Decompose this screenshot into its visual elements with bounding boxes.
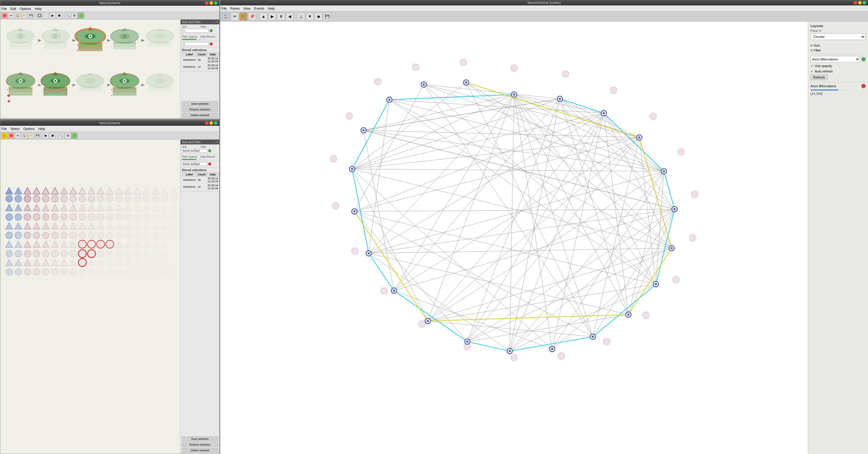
- close-btn-bottom[interactable]: [205, 121, 209, 125]
- sf-filter2-input-top[interactable]: [182, 42, 209, 46]
- sf-filter2-input-bottom[interactable]: [182, 162, 207, 166]
- svg-marker-205: [42, 241, 49, 248]
- min-btn-right[interactable]: [858, 1, 862, 4]
- tb-btn-11[interactable]: ⚙: [71, 12, 77, 19]
- ctb-select[interactable]: □: [240, 12, 247, 21]
- sf-filter1-input-bottom[interactable]: [182, 149, 207, 153]
- tb2-select[interactable]: ▷: [1, 133, 7, 139]
- refresh-button[interactable]: Refresh: [810, 74, 828, 80]
- sort-filter-panel-top: Sort and Filter – × Sort Filter: [180, 20, 219, 119]
- tb2-stop[interactable]: ⏹: [50, 133, 56, 139]
- sort-btn[interactable]: ≡ Sort: [810, 43, 866, 47]
- save-selection-btn-bottom[interactable]: Save selection: [182, 436, 218, 442]
- tb-btn-7[interactable]: ⬜: [43, 12, 49, 19]
- sf-close-bottom[interactable]: ×: [216, 141, 218, 144]
- sf-filter2-active-top[interactable]: [210, 42, 213, 46]
- ctb-pause[interactable]: ⏸: [277, 12, 285, 21]
- menu-panes-right[interactable]: Panes: [230, 7, 240, 10]
- menu-options-top[interactable]: Options: [20, 7, 31, 10]
- menu-options-bottom[interactable]: Options: [23, 127, 35, 130]
- menu-select-bottom[interactable]: Select: [10, 127, 20, 130]
- sf-filter1-active-bottom[interactable]: [208, 149, 211, 152]
- tb-btn-1[interactable]: 🔴: [1, 12, 7, 19]
- save-selection-btn-top[interactable]: Save selection: [182, 101, 218, 106]
- ctb-back[interactable]: ◀: [286, 12, 293, 21]
- max-btn-right[interactable]: [863, 1, 866, 4]
- menu-help-right[interactable]: Help: [268, 7, 275, 10]
- delete-selected-btn-top[interactable]: Delete selected: [182, 113, 218, 118]
- tb2-open[interactable]: 📂: [28, 133, 34, 139]
- axon-bif-slider[interactable]: [810, 89, 850, 91]
- sf-opacity-slider-bottom[interactable]: [182, 159, 206, 160]
- axon-bif-remove-btn[interactable]: [861, 84, 866, 88]
- tb2-zoom[interactable]: 🔍: [58, 133, 64, 139]
- menu-edit-top[interactable]: Edit: [10, 7, 16, 10]
- ctb-diamond[interactable]: ◆: [315, 12, 322, 21]
- graph-area[interactable]: [220, 22, 808, 454]
- ctb-play[interactable]: ▶: [268, 12, 276, 21]
- delete-selected-btn-bottom[interactable]: Delete selected: [182, 448, 218, 453]
- sel-row-1-top[interactable]: Selection1 12 30.09.16 12:20:49: [182, 63, 219, 70]
- tb2-green[interactable]: 🟢: [71, 133, 77, 139]
- svg-marker-138: [125, 204, 132, 211]
- ctb-pin[interactable]: 📌: [248, 12, 256, 21]
- sf-opacity-slider-top[interactable]: [182, 39, 206, 40]
- tb2-sel[interactable]: ▶: [43, 133, 49, 139]
- tb-btn-2[interactable]: ↩: [8, 12, 14, 19]
- tb-btn-4[interactable]: 📂: [21, 12, 27, 19]
- menu-file-bottom[interactable]: File: [1, 127, 7, 130]
- filter-btn[interactable]: ≡ Filter: [810, 49, 866, 52]
- menu-help-top[interactable]: Help: [35, 7, 42, 10]
- sf-collapse-top[interactable]: –: [214, 21, 216, 24]
- sel-row-0-top[interactable]: Selection0 36 30.09.16 12:20:29: [182, 57, 219, 63]
- sf-filter1-active-top[interactable]: [210, 29, 213, 32]
- tb2-gear[interactable]: ⚙: [65, 133, 71, 139]
- ctb-save2[interactable]: 💾: [323, 12, 331, 21]
- sf-collapse-bottom[interactable]: –: [214, 141, 216, 144]
- tb-btn-12[interactable]: 🟢: [78, 12, 84, 19]
- ctb-edit[interactable]: ✏: [231, 12, 239, 21]
- tb-btn-6[interactable]: 🔲: [36, 12, 42, 19]
- tb-btn-3[interactable]: 🏠: [15, 12, 21, 19]
- max-btn-top[interactable]: [214, 1, 218, 5]
- menu-file-top[interactable]: File: [1, 7, 7, 10]
- tb-btn-5[interactable]: 💾: [28, 12, 34, 19]
- layout-dropdown[interactable]: Circular Free Grid Radial: [810, 33, 866, 40]
- menu-file-right[interactable]: File: [221, 7, 227, 10]
- ctb-down[interactable]: ▼: [306, 12, 314, 21]
- menu-events-right[interactable]: Events: [254, 7, 265, 10]
- axon-bif-add-btn[interactable]: [861, 57, 866, 61]
- axon-bif-dropdown[interactable]: Axon Bifurcations: [810, 56, 860, 63]
- svg-rect-46: [9, 87, 32, 90]
- ctb-tri[interactable]: △: [297, 12, 305, 21]
- sel-row-1-bottom[interactable]: Selection1 12 30.09.16 12:20:49: [182, 184, 219, 190]
- tb-btn-8[interactable]: ▶: [50, 12, 56, 19]
- max-btn-bottom[interactable]: [214, 121, 218, 125]
- menu-help-bottom[interactable]: Help: [38, 127, 45, 130]
- restore-selection-btn-bottom[interactable]: Restore selection: [182, 442, 218, 447]
- restore-selection-btn-top[interactable]: Restore selection: [182, 107, 218, 112]
- tb2-red[interactable]: 🔴: [8, 133, 14, 139]
- canvas-top[interactable]: ▲ ▲ ▲: [0, 20, 180, 119]
- close-btn-top[interactable]: [205, 1, 209, 5]
- sf-filter2-active-bottom[interactable]: [208, 162, 211, 165]
- close-btn-right[interactable]: [854, 1, 857, 4]
- svg-point-195: [125, 232, 131, 239]
- sf-filter1-input-top[interactable]: [182, 29, 209, 32]
- tb2-home[interactable]: 🏠: [21, 133, 27, 139]
- min-btn-top[interactable]: [209, 1, 213, 5]
- min-btn-bottom[interactable]: [209, 121, 213, 125]
- sel-row-0-bottom[interactable]: Selection0 36 30.09.16 12:20:29: [182, 177, 219, 184]
- tb-btn-9[interactable]: ⏹: [56, 12, 62, 19]
- svg-marker-134: [88, 204, 95, 211]
- tb2-undo[interactable]: ↩: [15, 133, 21, 139]
- auto-refresh-check[interactable]: [810, 69, 813, 73]
- use-opacity-check[interactable]: [810, 64, 813, 68]
- ctb-home[interactable]: 🏠: [222, 12, 230, 21]
- tb-btn-10[interactable]: 🔍: [65, 12, 71, 19]
- canvas-bottom[interactable]: [0, 140, 180, 454]
- menu-view-right[interactable]: View: [243, 7, 251, 10]
- sf-close-top[interactable]: ×: [216, 21, 218, 24]
- ctb-up[interactable]: ▲: [260, 12, 268, 21]
- tb2-save[interactable]: 💾: [35, 133, 41, 139]
